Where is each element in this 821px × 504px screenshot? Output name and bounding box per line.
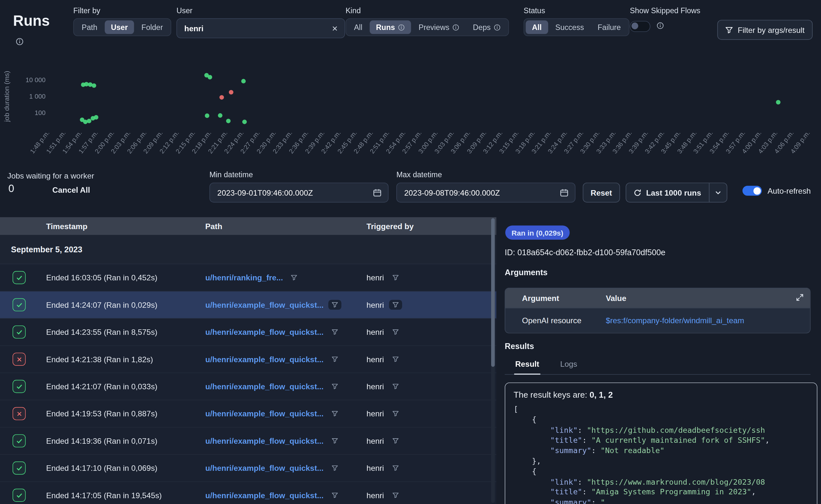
kind-label: Kind	[346, 6, 509, 15]
auto-refresh-toggle[interactable]	[742, 186, 762, 196]
status-option-failure[interactable]: Failure	[591, 20, 627, 34]
user-filter-icon[interactable]	[389, 327, 402, 337]
date-group-row: September 5, 2023	[0, 235, 496, 264]
run-path-link[interactable]: u/henri/example_flow_quickst...	[205, 436, 323, 445]
reset-button[interactable]: Reset	[583, 183, 620, 203]
runs-table-body: Ended 16:03:05 (Ran in 0,452s)u/henri/ra…	[0, 264, 496, 504]
show-skipped-info-icon[interactable]	[657, 22, 664, 31]
table-row[interactable]: Ended 14:17:10 (Ran in 0,069s)u/henri/ex…	[0, 455, 496, 482]
user-filter-icon[interactable]	[389, 354, 402, 364]
calendar-icon[interactable]	[373, 188, 382, 197]
run-user: henri	[366, 327, 384, 336]
path-filter-icon[interactable]	[328, 463, 341, 473]
user-filter-icon[interactable]	[389, 436, 402, 446]
scatter-point-success	[226, 119, 230, 123]
kind-option-label: All	[354, 23, 362, 31]
status-segmented: AllSuccessFailure	[524, 18, 629, 36]
tab-logs[interactable]: Logs	[559, 357, 578, 373]
success-check-icon	[13, 271, 26, 284]
path-filter-icon[interactable]	[328, 300, 341, 310]
page-title: Runs	[13, 13, 50, 29]
user-filter-icon[interactable]	[389, 382, 402, 392]
filter-by-option-user[interactable]: User	[104, 20, 134, 34]
run-detail-panel: Ran in (0,029s) ID: 018a654c-d062-fbb2-d…	[504, 217, 821, 504]
run-timestamp: Ended 14:24:07 (Ran in 0,029s)	[40, 300, 199, 309]
argument-name: OpenAI resource	[522, 316, 606, 325]
run-path-link[interactable]: u/henri/ranking_fre...	[205, 273, 283, 282]
code-line: {	[514, 467, 808, 477]
run-path-link[interactable]: u/henri/example_flow_quickst...	[205, 491, 323, 500]
filter-by-option-label: Folder	[142, 23, 163, 31]
table-row[interactable]: Ended 14:19:53 (Ran in 0,887s)u/henri/ex…	[0, 400, 496, 427]
kind-option-previews[interactable]: Previews	[412, 20, 465, 34]
max-datetime-group: Max datetime	[396, 170, 575, 202]
table-row[interactable]: Ended 14:17:05 (Ran in 19,545s)u/henri/e…	[0, 482, 496, 504]
kind-option-deps[interactable]: Deps	[467, 20, 507, 34]
tab-result[interactable]: Result	[514, 357, 540, 375]
code-line: "summary": "Not readable"	[514, 446, 808, 456]
path-filter-icon[interactable]	[288, 273, 301, 283]
runs-page: Runs Filter by PathUserFolder User Kind …	[0, 0, 821, 504]
scatter-point-success	[94, 115, 98, 120]
table-row[interactable]: Ended 16:03:05 (Ran in 0,452s)u/henri/ra…	[0, 264, 496, 291]
clear-user-filter-icon[interactable]	[331, 25, 338, 32]
max-datetime-label: Max datetime	[396, 170, 575, 179]
chevron-down-icon[interactable]	[709, 183, 727, 202]
run-path-link[interactable]: u/henri/example_flow_quickst...	[205, 464, 323, 473]
table-scrollbar[interactable]	[491, 218, 495, 503]
table-header: Timestamp Path Triggered by	[0, 217, 496, 235]
run-path-link[interactable]: u/henri/example_flow_quickst...	[205, 382, 323, 391]
filter-by-args-result-button[interactable]: Filter by args/result	[717, 20, 812, 40]
kind-group: Kind AllRunsPreviewsDeps	[346, 6, 509, 36]
scatter-point-success	[84, 82, 89, 86]
user-filter-input[interactable]	[183, 23, 327, 33]
path-filter-icon[interactable]	[328, 436, 341, 446]
status-group: Status AllSuccessFailure	[524, 6, 629, 36]
calendar-icon[interactable]	[560, 188, 569, 197]
table-row[interactable]: Ended 14:24:07 (Ran in 0,029s)u/henri/ex…	[0, 291, 496, 318]
path-filter-icon[interactable]	[328, 490, 341, 500]
kind-option-all[interactable]: All	[347, 20, 368, 34]
filter-by-option-path[interactable]: Path	[75, 20, 103, 34]
table-row[interactable]: Ended 14:21:07 (Ran in 0,033s)u/henri/ex…	[0, 373, 496, 400]
run-path-link[interactable]: u/henri/example_flow_quickst...	[205, 409, 323, 418]
path-filter-icon[interactable]	[328, 382, 341, 392]
user-filter-icon[interactable]	[389, 273, 402, 283]
user-filter-icon[interactable]	[389, 300, 402, 310]
result-summary-keys: 0, 1, 2	[590, 390, 613, 399]
scrollbar-thumb[interactable]	[491, 218, 495, 367]
expand-icon[interactable]	[796, 294, 804, 301]
run-path-link[interactable]: u/henri/example_flow_quickst...	[205, 355, 323, 364]
table-row[interactable]: Ended 14:21:38 (Ran in 1,82s)u/henri/exa…	[0, 346, 496, 373]
failure-x-icon	[13, 407, 26, 420]
show-skipped-toggle[interactable]	[630, 21, 650, 32]
min-datetime-input[interactable]	[216, 188, 369, 198]
runs-info-icon[interactable]	[16, 38, 24, 48]
run-timestamp: Ended 16:03:05 (Ran in 0,452s)	[40, 273, 199, 282]
user-filter-icon[interactable]	[389, 490, 402, 500]
auto-refresh-label: Auto-refresh	[767, 186, 811, 195]
kind-segmented: AllRunsPreviewsDeps	[346, 18, 509, 36]
success-check-icon	[13, 298, 26, 312]
status-option-success[interactable]: Success	[549, 20, 591, 34]
path-filter-icon[interactable]	[328, 409, 341, 419]
run-path-link[interactable]: u/henri/example_flow_quickst...	[205, 327, 323, 336]
kind-option-runs[interactable]: Runs	[370, 20, 412, 34]
user-filter-icon[interactable]	[389, 463, 402, 473]
last-runs-label: Last 1000 runs	[646, 188, 701, 197]
filter-by-option-folder[interactable]: Folder	[135, 20, 169, 34]
table-row[interactable]: Ended 14:19:36 (Ran in 0,071s)u/henri/ex…	[0, 428, 496, 455]
kind-option-label: Deps	[473, 23, 491, 31]
user-filter-icon[interactable]	[389, 409, 402, 419]
cancel-all-button[interactable]: Cancel All	[52, 185, 90, 194]
status-option-all[interactable]: All	[526, 20, 548, 34]
path-filter-icon[interactable]	[328, 354, 341, 364]
last-runs-button[interactable]: Last 1000 runs	[626, 183, 727, 203]
path-filter-icon[interactable]	[328, 327, 341, 337]
argument-value-link[interactable]: $res:f/company-folder/windmill_ai_team	[606, 316, 810, 325]
scatter-point-success	[88, 82, 93, 87]
table-row[interactable]: Ended 14:23:55 (Ran in 8,575s)u/henri/ex…	[0, 319, 496, 346]
run-path-link[interactable]: u/henri/example_flow_quickst...	[205, 300, 323, 309]
max-datetime-input[interactable]	[403, 188, 556, 198]
scatter-point-success	[205, 113, 209, 118]
